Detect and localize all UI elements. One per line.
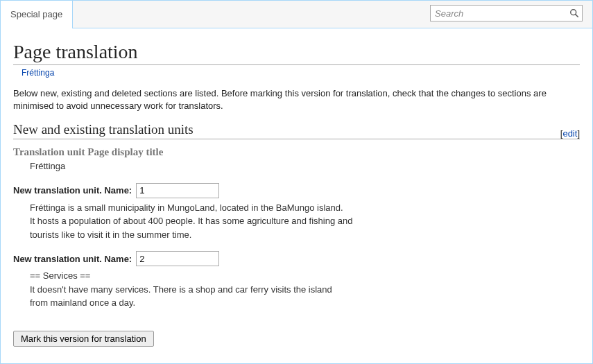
- search-icon[interactable]: [567, 6, 582, 21]
- new-unit-row: New translation unit. Name:: [13, 251, 580, 266]
- new-unit-label: New translation unit. Name:: [13, 254, 132, 264]
- page-description: Below new, existing and deleted sections…: [13, 87, 580, 112]
- page-subtitle-link[interactable]: Fréttinga: [22, 68, 580, 78]
- unit-name-input[interactable]: [136, 251, 219, 266]
- edit-link[interactable]: edit: [562, 128, 577, 139]
- unit-body: == Services == It doesn't have many serv…: [30, 269, 580, 310]
- unit-body: Fréttinga is a small municipality in Mun…: [30, 201, 580, 242]
- content: Page translation Fréttinga Below new, ex…: [1, 28, 592, 347]
- section-heading: New and existing translation units: [13, 122, 560, 139]
- display-title-unit-label: Translation unit Page display title: [13, 146, 580, 158]
- tab-special-page[interactable]: Special page: [1, 1, 73, 28]
- unit-name-input[interactable]: [136, 183, 219, 198]
- page-title: Page translation: [13, 41, 580, 65]
- search-input[interactable]: [431, 6, 567, 21]
- new-unit-label: New translation unit. Name:: [13, 185, 132, 196]
- mark-version-button[interactable]: Mark this version for translation: [13, 331, 154, 347]
- page-frame: Special page Page translation Fréttinga …: [0, 0, 593, 364]
- section-header-row: New and existing translation units [edit…: [13, 122, 580, 139]
- new-unit-row: New translation unit. Name:: [13, 183, 580, 198]
- search-box[interactable]: [430, 5, 583, 21]
- display-title-unit-value: Fréttinga: [30, 159, 580, 173]
- tab-label: Special page: [10, 9, 62, 19]
- topbar: Special page: [1, 1, 592, 28]
- svg-line-1: [576, 15, 578, 17]
- edit-link-wrap: [edit]: [560, 128, 580, 139]
